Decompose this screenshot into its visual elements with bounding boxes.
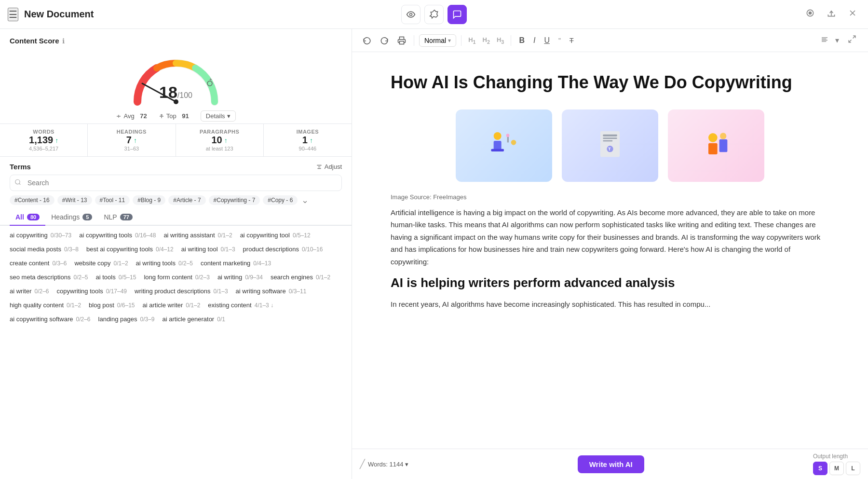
- list-item: ai tools0/5–15: [95, 274, 136, 281]
- svg-line-26: [853, 36, 855, 38]
- tag-copywriting[interactable]: #Copywriting - 7: [209, 195, 260, 205]
- tag-content[interactable]: #Content - 16: [10, 195, 54, 205]
- redo-button[interactable]: [377, 34, 392, 47]
- list-item: writing product descriptions0/1–3: [135, 287, 228, 295]
- score-denom: /100: [177, 91, 192, 99]
- preview-button[interactable]: [401, 5, 420, 24]
- stat-images: IMAGES 1 ↑ 90–446: [264, 124, 352, 156]
- list-item: search engines0/1–2: [271, 274, 330, 281]
- search-input[interactable]: [10, 175, 342, 191]
- tag-blog[interactable]: #Blog - 9: [133, 195, 165, 205]
- svg-point-40: [708, 133, 718, 142]
- hamburger-button[interactable]: ☰: [8, 8, 18, 21]
- tag-writ[interactable]: #Writ - 13: [57, 195, 92, 205]
- info-icon: ℹ: [62, 37, 65, 45]
- gauge-section: ✦ 18/100 Avg 72 Top 91 Details ▾: [0, 49, 352, 123]
- output-length-section: Output length S M L: [813, 453, 860, 475]
- stat-paragraphs: PARAGRAPHS 10 ↑ at least 123: [176, 124, 264, 156]
- svg-point-0: [410, 13, 412, 15]
- rocket-button[interactable]: [424, 5, 444, 24]
- word-count-dropdown[interactable]: Words: 1144 ▾: [368, 461, 408, 468]
- header: ☰ New Document: [0, 0, 868, 29]
- image-2: T: [562, 109, 658, 182]
- search-input-wrap: [10, 175, 342, 191]
- format-dropdown-arrow: ▾: [448, 37, 451, 44]
- format-dropdown[interactable]: Normal ▾: [419, 34, 456, 47]
- score-number: 18: [159, 83, 177, 101]
- tags-row: #Content - 16 #Writ - 13 #Tool - 11 #Blo…: [0, 195, 352, 209]
- search-section: [0, 175, 352, 195]
- list-item: seo meta descriptions0/2–5: [10, 274, 88, 281]
- list-item: blog post0/6–15: [89, 301, 135, 309]
- svg-text:T: T: [608, 147, 611, 151]
- svg-line-27: [849, 40, 851, 42]
- list-item: copywriting tools0/17–49: [57, 287, 127, 295]
- paragraphs-up-arrow: ↑: [224, 137, 228, 144]
- h1-button[interactable]: H1: [466, 35, 477, 46]
- list-item: ai copywriting tool0/5–12: [240, 232, 311, 239]
- svg-rect-32: [507, 136, 509, 142]
- tag-tool[interactable]: #Tool - 11: [95, 195, 130, 205]
- bold-button[interactable]: B: [516, 34, 528, 47]
- tag-copy[interactable]: #Copy - 6: [263, 195, 298, 205]
- tab-all[interactable]: All 80: [10, 209, 45, 226]
- details-button[interactable]: Details ▾: [201, 110, 236, 122]
- right-panel: Normal ▾ H1 H2 H3 B I U " T ▾: [352, 29, 868, 479]
- h3-button[interactable]: H3: [495, 35, 506, 46]
- share-button[interactable]: [824, 5, 839, 23]
- content-score-title: Content Score: [10, 37, 59, 45]
- size-m-button[interactable]: M: [829, 462, 844, 475]
- image-1: [456, 109, 552, 182]
- svg-rect-42: [719, 139, 728, 152]
- list-item: ai writing0/9–34: [217, 274, 263, 281]
- list-item: ai writing assistant0/1–2: [163, 232, 232, 239]
- tags-expand-button[interactable]: ⌄: [301, 195, 309, 205]
- gauge-score: 18/100: [159, 83, 192, 102]
- nlp-tab-badge: 77: [120, 214, 133, 220]
- italic-button[interactable]: I: [530, 34, 538, 47]
- chat-button[interactable]: [448, 5, 467, 24]
- header-center-buttons: [401, 5, 467, 24]
- svg-rect-41: [708, 143, 718, 154]
- underline-button[interactable]: U: [541, 34, 553, 47]
- tab-headings[interactable]: Headings 5: [45, 209, 98, 226]
- editor-content[interactable]: How AI Is Changing The Way We Do Copywri…: [352, 52, 868, 449]
- h2-button[interactable]: H2: [481, 35, 492, 46]
- svg-line-20: [19, 183, 21, 185]
- headings-up-arrow: ↑: [134, 137, 137, 144]
- close-button[interactable]: [845, 5, 860, 23]
- quote-button[interactable]: ": [556, 35, 564, 46]
- document-title: New Document: [24, 9, 94, 20]
- content-score-header: Content Score ℹ: [0, 29, 352, 49]
- left-panel: Content Score ℹ: [0, 29, 352, 479]
- fullscreen-button[interactable]: [844, 33, 860, 48]
- word-count-arrow: ▾: [405, 461, 408, 468]
- list-item: ai writer0/2–6: [10, 287, 49, 295]
- toolbar-right: ▾: [819, 33, 860, 48]
- print-button[interactable]: [394, 34, 409, 47]
- record-button[interactable]: [802, 5, 818, 23]
- avg-label: Avg 72: [116, 109, 147, 123]
- list-item: social media posts0/3–8: [10, 246, 79, 253]
- align-dropdown-button[interactable]: ▾: [833, 34, 841, 47]
- list-item: ai writing tools0/2–5: [136, 260, 193, 267]
- header-left: ☰ New Document: [8, 8, 94, 21]
- list-item: long form content0/2–3: [144, 274, 209, 281]
- size-s-button[interactable]: S: [813, 462, 827, 475]
- align-left-button[interactable]: [819, 34, 830, 47]
- headings-tab-badge: 5: [82, 214, 92, 220]
- tab-nlp[interactable]: NLP 77: [98, 209, 138, 226]
- write-with-ai-button[interactable]: Write with AI: [578, 455, 644, 473]
- document-images: T: [391, 109, 829, 182]
- toolbar-divider-3: [511, 35, 511, 46]
- undo-button[interactable]: [360, 34, 374, 47]
- adjust-button[interactable]: Adjust: [316, 163, 342, 170]
- tabs-row: All 80 Headings 5 NLP 77: [0, 209, 352, 226]
- images-up-arrow: ↑: [310, 137, 313, 144]
- paragraph-1: Artificial intelligence is having a big …: [391, 206, 829, 268]
- gauge-svg: ✦ 18/100: [128, 54, 224, 107]
- tag-article[interactable]: #Article - 7: [168, 195, 205, 205]
- terms-title: Terms: [10, 163, 31, 171]
- size-l-button[interactable]: L: [846, 462, 860, 475]
- strikethrough-button[interactable]: T: [567, 35, 577, 46]
